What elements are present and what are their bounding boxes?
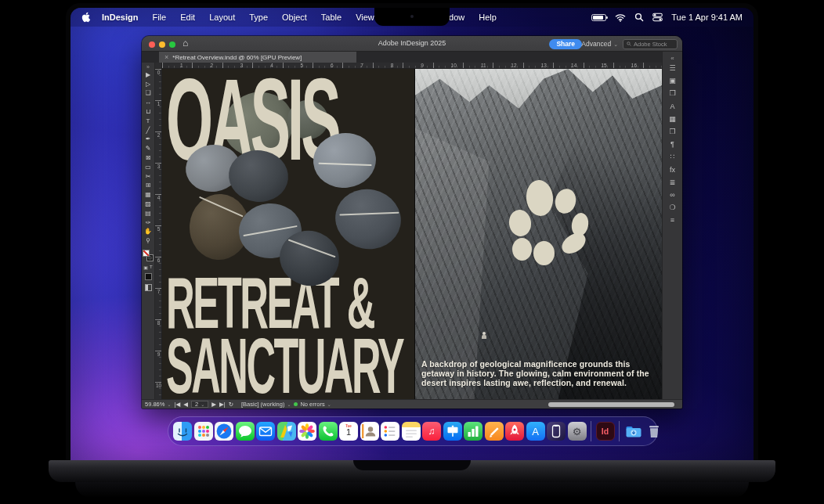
menubar-item[interactable]: File: [145, 13, 173, 22]
dock-photos-icon[interactable]: [298, 422, 316, 441]
direct-selection-tool[interactable]: ▷: [142, 80, 155, 89]
dock-calendar-icon[interactable]: Tue1: [339, 422, 358, 441]
rectangle-tool[interactable]: ▭: [142, 163, 155, 172]
adobe-stock-search-input[interactable]: Adobe Stock: [623, 39, 678, 49]
pencil-tool[interactable]: ✎: [142, 144, 155, 153]
cc-libraries-panel[interactable]: ▣: [663, 74, 683, 87]
previous-page-button[interactable]: ◀: [183, 401, 188, 408]
gradient-swatch-tool[interactable]: ▦: [142, 190, 155, 200]
last-page-button[interactable]: ▶|: [219, 401, 226, 408]
formatting-affects-buttons[interactable]: ▣T: [143, 265, 152, 270]
pages-panel[interactable]: ❒: [663, 87, 683, 99]
ruler-number: 5: [301, 63, 331, 68]
preflight-status[interactable]: No errors⌄: [294, 401, 331, 408]
dock-numbers-icon[interactable]: [464, 422, 482, 441]
ruler-number: 1: [180, 63, 210, 68]
fill-none-swatch[interactable]: [143, 250, 150, 257]
menubar-item[interactable]: Edit: [173, 13, 202, 22]
tools-expander-icon[interactable]: »: [146, 64, 150, 70]
battery-icon[interactable]: [591, 14, 606, 21]
first-page-button[interactable]: |◀: [174, 401, 180, 408]
dock-finder-icon[interactable]: [173, 422, 192, 441]
character-styles-panel[interactable]: A: [663, 100, 683, 113]
links-panel[interactable]: ∞: [663, 189, 683, 201]
color-theme-tool[interactable]: ✑: [142, 218, 155, 228]
control-center-icon[interactable]: [652, 13, 663, 22]
menubar-item[interactable]: InDesign: [95, 13, 145, 22]
dock-reminders-icon[interactable]: [381, 422, 399, 441]
camera-dot: [410, 15, 414, 18]
screen-mode-button[interactable]: [145, 284, 152, 291]
dock-phone-icon[interactable]: [319, 422, 338, 441]
menubar-item[interactable]: Table: [314, 13, 349, 22]
dock-contacts-icon[interactable]: [360, 422, 379, 441]
selection-tool[interactable]: ▶: [142, 70, 155, 80]
note-tool[interactable]: ▤: [142, 209, 155, 218]
line-tool[interactable]: ╱: [142, 126, 155, 135]
dock-indesign-icon[interactable]: Id: [596, 422, 615, 441]
menubar-item[interactable]: Type: [242, 13, 275, 22]
gradient-feather-tool[interactable]: ▨: [142, 200, 155, 209]
menu-bar-clock[interactable]: Tue 1 Apr 9:41 AM: [671, 13, 743, 22]
frame-tool[interactable]: ⊠: [142, 153, 155, 163]
collapse-panels-button[interactable]: «: [663, 54, 683, 62]
gap-tool[interactable]: ↔: [142, 98, 155, 107]
content-collector-tool[interactable]: ⊔: [142, 107, 155, 117]
align-panel[interactable]: ∷: [663, 150, 683, 163]
dock-keynote-icon[interactable]: [443, 422, 462, 441]
dock-app-store-icon[interactable]: A: [526, 422, 545, 441]
dock-mail-icon[interactable]: [256, 422, 275, 441]
layers-panel[interactable]: ≣: [663, 176, 683, 189]
menubar-item[interactable]: Object: [275, 13, 314, 22]
dock-rocket-icon[interactable]: [505, 422, 524, 441]
ruler-origin-corner[interactable]: [155, 63, 162, 69]
dock-messages-icon[interactable]: [236, 422, 255, 441]
apply-color-button[interactable]: [145, 273, 152, 280]
scissors-tool[interactable]: ✂: [142, 172, 155, 182]
menubar-item[interactable]: Layout: [202, 13, 242, 22]
formatting-text-icon[interactable]: T: [150, 265, 153, 270]
workspace-switcher[interactable]: Advanced⌄: [581, 40, 618, 48]
spotlight-search-icon[interactable]: [634, 13, 644, 22]
page-orientation-icon[interactable]: ↻: [229, 401, 233, 408]
page-tool[interactable]: ❏: [142, 89, 155, 99]
ruler-number: 10: [451, 63, 481, 68]
formatting-container-icon[interactable]: ▣: [143, 265, 148, 270]
dock-maps-icon[interactable]: [277, 422, 296, 441]
dock-safari-icon[interactable]: [215, 422, 233, 441]
swatches-panel[interactable]: ▦: [663, 113, 683, 125]
document-tab[interactable]: × *Retreat Overview.indd @ 60% [GPU Prev…: [159, 52, 356, 63]
dock-downloads-folder-icon[interactable]: [624, 422, 643, 441]
preflight-profile-menu[interactable]: [Basic] (working)⌄: [241, 401, 291, 408]
pen-tool[interactable]: ✒: [142, 135, 155, 145]
preflight-panel[interactable]: ❍: [663, 201, 683, 214]
horizontal-scrollbar-thumb[interactable]: [548, 402, 674, 407]
zoom-tool[interactable]: ⚲: [142, 236, 155, 246]
fill-stroke-swatches[interactable]: [143, 250, 154, 261]
free-transform-tool[interactable]: ⊞: [142, 182, 155, 191]
control-adjustments-panel[interactable]: ☰: [663, 62, 683, 74]
text-wrap-panel[interactable]: ≡: [663, 214, 683, 226]
next-page-button[interactable]: ▶: [211, 401, 216, 408]
paragraph-panel[interactable]: ¶: [663, 138, 683, 150]
effects-panel[interactable]: fx: [663, 164, 683, 176]
dock-iphone-mirroring-icon[interactable]: [547, 422, 566, 441]
dock-trash-icon[interactable]: [645, 422, 663, 441]
dock-music-icon[interactable]: ♫: [422, 422, 441, 441]
menubar-item[interactable]: Help: [472, 13, 504, 22]
object-styles-panel[interactable]: ❐: [663, 125, 683, 138]
dock-pages-icon[interactable]: [485, 422, 504, 441]
share-button[interactable]: Share: [549, 39, 582, 49]
wifi-icon[interactable]: [615, 13, 626, 22]
dock-launchpad-icon[interactable]: [194, 422, 213, 441]
ruler-number: 13: [541, 63, 571, 68]
close-tab-icon[interactable]: ×: [164, 53, 168, 61]
zoom-level-control[interactable]: 59.86%⌄: [145, 401, 171, 408]
type-tool[interactable]: T: [142, 117, 155, 126]
dock-system-settings-icon[interactable]: ⚙: [568, 422, 587, 441]
apple-menu-icon[interactable]: [81, 12, 92, 23]
hand-tool[interactable]: ✋: [142, 228, 155, 237]
dock-notes-icon[interactable]: [402, 422, 421, 441]
page-number-field[interactable]: 2⌄: [191, 401, 208, 408]
document-canvas[interactable]: OASIS, RETREAT & SANCTUARY: [162, 69, 662, 399]
